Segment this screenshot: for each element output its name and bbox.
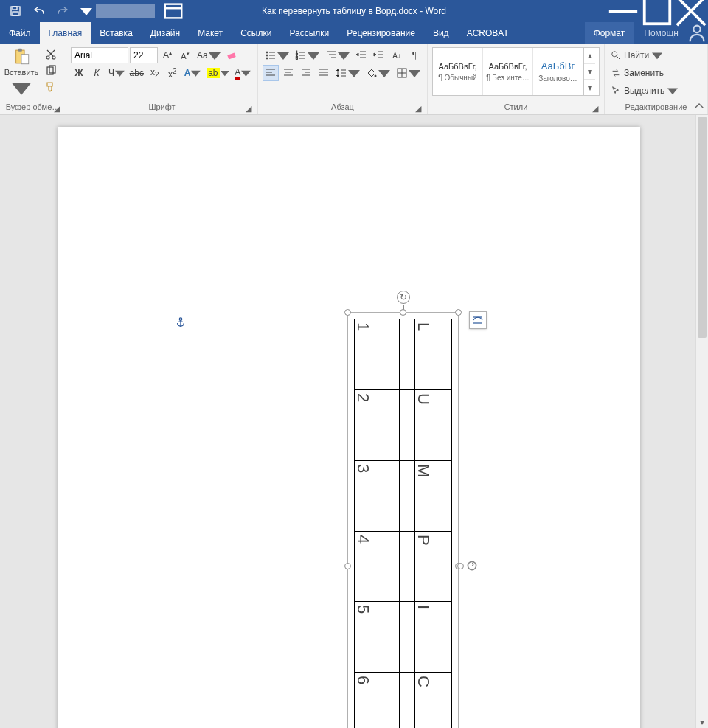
style-no-spacing[interactable]: АаБбВвГг, ¶ Без инте… xyxy=(483,48,533,95)
redo-button[interactable] xyxy=(53,1,72,21)
styles-gallery-more[interactable]: ▴▾▾ xyxy=(583,48,595,95)
change-case-button[interactable]: Aa xyxy=(195,47,223,63)
borders-button[interactable] xyxy=(394,65,423,81)
table-cell[interactable]: 5 xyxy=(355,602,400,673)
maximize-button[interactable] xyxy=(640,0,674,22)
italic-button[interactable]: К xyxy=(88,65,105,81)
resize-handle-tm[interactable] xyxy=(400,309,406,316)
table-cell[interactable] xyxy=(399,602,414,673)
font-color-button[interactable]: A xyxy=(232,65,253,81)
multilevel-list-button[interactable] xyxy=(323,47,352,63)
bullets-button[interactable] xyxy=(263,47,291,63)
table-row[interactable]: 3M xyxy=(355,460,452,531)
scroll-down-button[interactable]: ▾ xyxy=(696,715,708,728)
decrease-indent-button[interactable] xyxy=(353,47,369,63)
superscript-button[interactable]: x2 xyxy=(164,65,181,81)
bold-button[interactable]: Ж xyxy=(71,65,87,81)
table-cell[interactable]: I xyxy=(414,602,451,673)
save-button[interactable] xyxy=(6,1,25,21)
increase-indent-button[interactable] xyxy=(371,47,387,63)
tab-view[interactable]: Вид xyxy=(424,22,458,44)
line-spacing-button[interactable] xyxy=(333,65,362,81)
clipboard-launcher[interactable]: ◢ xyxy=(52,104,61,113)
resize-handle-tr[interactable] xyxy=(455,309,462,316)
minimize-button[interactable] xyxy=(606,0,640,22)
tab-review[interactable]: Рецензирование xyxy=(338,22,424,44)
layout-options-flyout[interactable] xyxy=(469,311,487,329)
selected-object-frame[interactable]: ↻ 1L2U3M4P5I6C7S xyxy=(347,312,459,728)
rotate-handle[interactable]: ↻ xyxy=(397,291,410,304)
find-button[interactable]: Найти xyxy=(609,47,703,63)
table-cell[interactable] xyxy=(399,460,414,531)
table-cell[interactable] xyxy=(399,673,414,728)
paragraph-launcher[interactable]: ◢ xyxy=(414,104,423,113)
ribbon-display-options-button[interactable] xyxy=(162,0,184,22)
tab-references[interactable]: Ссылки xyxy=(232,22,280,44)
shrink-font-button[interactable]: A▾ xyxy=(177,47,193,63)
table-cell[interactable]: 2 xyxy=(355,389,400,460)
table-cell[interactable]: 1 xyxy=(355,319,400,390)
style-normal[interactable]: АаБбВвГг, ¶ Обычный xyxy=(433,48,483,95)
font-size-combo[interactable] xyxy=(130,47,158,63)
document-scroll[interactable]: ↻ 1L2U3M4P5I6C7S xyxy=(0,115,695,728)
tab-design[interactable]: Дизайн xyxy=(142,22,189,44)
styles-launcher[interactable]: ◢ xyxy=(591,104,600,113)
table-cell[interactable] xyxy=(399,319,414,390)
grow-font-button[interactable]: A▴ xyxy=(159,47,176,63)
scroll-thumb[interactable] xyxy=(698,117,707,338)
align-right-button[interactable] xyxy=(298,65,314,81)
strikethrough-button[interactable]: abc xyxy=(128,65,145,81)
tab-mailings[interactable]: Рассылки xyxy=(280,22,338,44)
align-left-button[interactable] xyxy=(263,65,279,81)
show-marks-button[interactable]: ¶ xyxy=(406,47,423,63)
table-cell[interactable]: M xyxy=(414,460,451,531)
table-row[interactable]: 2U xyxy=(355,389,452,460)
rotated-table[interactable]: 1L2U3M4P5I6C7S xyxy=(354,319,452,728)
layout-side-handle[interactable] xyxy=(457,559,479,572)
resize-handle-ml[interactable] xyxy=(344,563,351,569)
tab-acrobat[interactable]: ACROBAT xyxy=(458,22,518,44)
tab-file[interactable]: Файл xyxy=(0,22,40,44)
table-cell[interactable]: U xyxy=(414,389,451,460)
table-row[interactable]: 4P xyxy=(355,531,452,602)
table-cell[interactable]: C xyxy=(414,673,451,728)
font-launcher[interactable]: ◢ xyxy=(244,104,253,113)
table-row[interactable]: 6C xyxy=(355,673,452,728)
collapse-ribbon-button[interactable] xyxy=(693,101,705,113)
style-heading1[interactable]: АаБбВг Заголово… xyxy=(533,48,583,95)
underline-button[interactable]: Ч xyxy=(106,65,127,81)
table-cell[interactable] xyxy=(399,389,414,460)
cut-button[interactable] xyxy=(43,47,59,62)
close-button[interactable] xyxy=(674,0,708,22)
page[interactable]: ↻ 1L2U3M4P5I6C7S xyxy=(58,127,640,728)
subscript-button[interactable]: x2 xyxy=(147,65,163,81)
replace-button[interactable]: Заменить xyxy=(609,65,703,81)
undo-button[interactable] xyxy=(30,1,49,21)
shading-button[interactable] xyxy=(364,65,392,81)
table-cell[interactable]: 3 xyxy=(355,460,400,531)
format-painter-button[interactable] xyxy=(43,80,59,94)
clear-formatting-button[interactable] xyxy=(224,47,240,63)
styles-gallery[interactable]: АаБбВвГг, ¶ Обычный АаБбВвГг, ¶ Без инте… xyxy=(432,47,600,96)
paste-button[interactable]: Вставить xyxy=(4,47,38,97)
highlight-button[interactable]: ab xyxy=(204,65,231,81)
font-name-combo[interactable] xyxy=(71,47,128,63)
sort-button[interactable]: А↓ xyxy=(389,47,405,63)
table-cell[interactable]: L xyxy=(414,319,451,390)
table-cell[interactable]: 4 xyxy=(355,531,400,602)
tab-insert[interactable]: Вставка xyxy=(91,22,142,44)
customize-qat-button[interactable] xyxy=(77,1,96,21)
numbering-button[interactable]: 123 xyxy=(293,47,322,63)
tab-home[interactable]: Главная xyxy=(40,22,91,44)
align-center-button[interactable] xyxy=(280,65,296,81)
tab-layout[interactable]: Макет xyxy=(189,22,232,44)
table-row[interactable]: 1L xyxy=(355,319,452,390)
resize-handle-tl[interactable] xyxy=(344,309,351,316)
table-cell[interactable] xyxy=(399,531,414,602)
table-cell[interactable]: P xyxy=(414,531,451,602)
text-effects-button[interactable]: A xyxy=(182,65,203,81)
table-row[interactable]: 5I xyxy=(355,602,452,673)
table-cell[interactable]: 6 xyxy=(355,673,400,728)
copy-button[interactable] xyxy=(43,63,59,78)
select-button[interactable]: Выделить xyxy=(609,83,703,99)
